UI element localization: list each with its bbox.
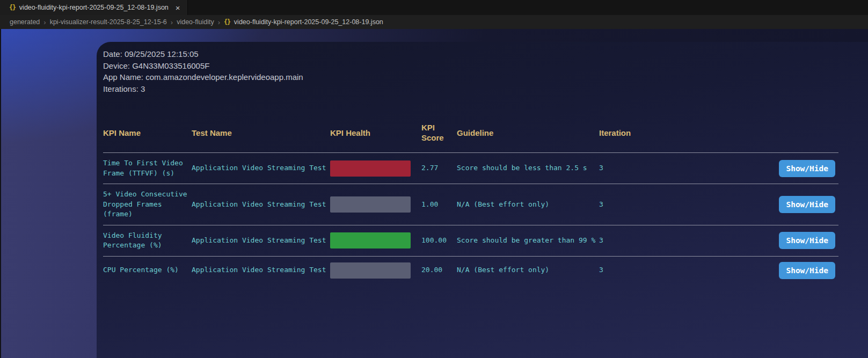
iteration-cell: 3 bbox=[599, 153, 753, 184]
kpi-name-cell: CPU Percentage (%) bbox=[103, 256, 192, 284]
show-hide-button[interactable]: Show/Hide bbox=[779, 232, 835, 249]
table-row: 5+ Video Consecutive Dropped Frames (fra… bbox=[103, 184, 838, 225]
breadcrumb: generated › kpi-visualizer-result-2025-8… bbox=[0, 15, 868, 29]
col-header-kpi-name: KPI Name bbox=[103, 119, 192, 153]
col-header-actions bbox=[753, 119, 838, 153]
test-name-cell: Application Video Streaming Test bbox=[192, 256, 330, 284]
meta-date: Date: 09/25/2025 12:15:05 bbox=[103, 48, 837, 60]
kpi-name-cell: Time To First Video Frame (TTFVF) (s) bbox=[103, 153, 192, 184]
kpi-score-cell: 1.00 bbox=[421, 184, 457, 225]
show-hide-button[interactable]: Show/Hide bbox=[779, 196, 835, 213]
tab-title: video-fluidity-kpi-report-2025-09-25_12-… bbox=[19, 4, 169, 11]
test-name-cell: Application Video Streaming Test bbox=[192, 184, 330, 225]
kpi-score-cell: 100.00 bbox=[421, 225, 457, 256]
tab-close-icon[interactable]: × bbox=[176, 4, 180, 12]
iteration-cell: 3 bbox=[599, 184, 753, 225]
chevron-right-icon: › bbox=[171, 18, 173, 26]
col-header-kpi-score: KPI Score bbox=[421, 119, 457, 153]
kpi-score-cell: 2.77 bbox=[421, 153, 457, 184]
table-row: Time To First Video Frame (TTFVF) (s) Ap… bbox=[103, 153, 838, 184]
report-meta: Date: 09/25/2025 12:15:05 Device: G4N33M… bbox=[103, 48, 837, 94]
guideline-cell: Score should be less than 2.5 s bbox=[457, 153, 599, 184]
guideline-cell: N/A (Best effort only) bbox=[457, 184, 599, 225]
iteration-cell: 3 bbox=[599, 256, 753, 284]
kpi-report-panel: Date: 09/25/2025 12:15:05 Device: G4N33M… bbox=[97, 42, 868, 358]
kpi-score-cell: 20.00 bbox=[421, 256, 457, 284]
breadcrumb-item-file[interactable]: video-fluidity-kpi-report-2025-09-25_12-… bbox=[234, 18, 383, 26]
kpi-health-bar bbox=[330, 262, 411, 279]
json-file-icon: {} bbox=[9, 4, 16, 11]
test-name-cell: Application Video Streaming Test bbox=[192, 153, 330, 184]
meta-app-name: App Name: com.amazondeveloper.keplervide… bbox=[103, 71, 837, 83]
tab-json-file[interactable]: {} video-fluidity-kpi-report-2025-09-25_… bbox=[0, 0, 188, 15]
breadcrumb-item-generated[interactable]: generated bbox=[10, 18, 40, 26]
kpi-health-bar bbox=[330, 232, 411, 249]
chevron-right-icon: › bbox=[43, 18, 46, 26]
show-hide-button[interactable]: Show/Hide bbox=[779, 262, 835, 279]
table-row: CPU Percentage (%) Application Video Str… bbox=[103, 256, 838, 284]
kpi-health-bar bbox=[330, 160, 411, 177]
guideline-cell: N/A (Best effort only) bbox=[457, 256, 599, 284]
breadcrumb-item-result-folder[interactable]: kpi-visualizer-result-2025-8-25_12-15-6 bbox=[50, 18, 167, 26]
kpi-name-cell: 5+ Video Consecutive Dropped Frames (fra… bbox=[103, 184, 192, 225]
breadcrumb-item-video-fluidity[interactable]: video-fluidity bbox=[177, 18, 214, 26]
editor-tab-bar: {} video-fluidity-kpi-report-2025-09-25_… bbox=[0, 0, 868, 15]
show-hide-button[interactable]: Show/Hide bbox=[779, 160, 835, 177]
col-header-iteration: Iteration bbox=[599, 119, 753, 153]
table-header-row: KPI Name Test Name KPI Health KPI Score … bbox=[103, 119, 838, 153]
kpi-table: KPI Name Test Name KPI Health KPI Score … bbox=[103, 119, 838, 284]
json-file-icon: {} bbox=[224, 18, 230, 26]
report-preview-background: Date: 09/25/2025 12:15:05 Device: G4N33M… bbox=[0, 29, 868, 358]
guideline-cell: Score should be greater than 99 % bbox=[457, 225, 599, 256]
col-header-kpi-health: KPI Health bbox=[330, 119, 421, 153]
table-row: Video Fluidity Percentage (%) Applicatio… bbox=[103, 225, 838, 256]
kpi-health-bar bbox=[330, 196, 411, 213]
chevron-right-icon: › bbox=[218, 18, 220, 26]
test-name-cell: Application Video Streaming Test bbox=[192, 225, 330, 256]
kpi-name-cell: Video Fluidity Percentage (%) bbox=[103, 225, 192, 256]
col-header-guideline: Guideline bbox=[457, 119, 599, 153]
iteration-cell: 3 bbox=[599, 225, 753, 256]
col-header-test-name: Test Name bbox=[192, 119, 330, 153]
meta-iterations: Iterations: 3 bbox=[103, 83, 837, 95]
meta-device: Device: G4N33M033516005F bbox=[103, 60, 837, 72]
